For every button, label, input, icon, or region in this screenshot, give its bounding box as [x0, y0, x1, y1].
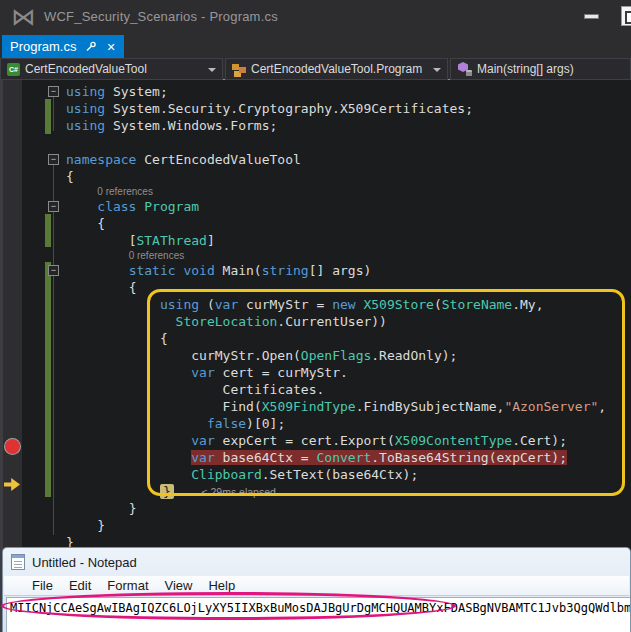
code-line: { — [66, 168, 631, 185]
type-dropdown-label: CertEncodedValueTool.Program — [251, 62, 422, 76]
vs-window-title: WCF_Security_Scenarios - Program.cs — [44, 9, 278, 24]
tab-label: Program.cs — [10, 39, 76, 54]
code-line: using System.Windows.Forms; — [66, 117, 631, 134]
notepad-window[interactable]: Untitled - Notepad File Edit Format View… — [2, 547, 631, 632]
menu-file[interactable]: File — [24, 578, 61, 593]
code-line: false)[0]; — [66, 415, 631, 432]
code-line: Clipboard.SetText(base64Ctx); — [66, 466, 631, 483]
notepad-title-bar[interactable]: Untitled - Notepad — [11, 553, 137, 571]
code-line: var cert = curMyStr. — [66, 364, 631, 381]
screen: WCF_Security_Scenarios - Program.cs Prog… — [0, 0, 631, 632]
change-tracking-bar — [45, 262, 51, 497]
notepad-icon — [11, 554, 25, 570]
private-method-icon — [457, 62, 472, 76]
minimize-button[interactable] — [584, 14, 599, 19]
code-line: var base64Ctx = Convert.ToBase64String(e… — [66, 449, 631, 466]
code-line — [66, 134, 631, 151]
breakpoint-indicator[interactable] — [5, 439, 20, 454]
code-line: class Program — [66, 198, 631, 215]
vs-title-bar: WCF_Security_Scenarios - Program.cs — [0, 0, 631, 34]
code-line: static void Main(string[] args) — [66, 262, 631, 279]
code-line: using System; — [66, 83, 631, 100]
code-line: } — [66, 500, 631, 517]
chevron-down-icon — [208, 68, 216, 72]
fold-toggle[interactable] — [48, 86, 59, 97]
code-line: Certificates. — [66, 381, 631, 398]
notepad-text-area[interactable]: MIICNjCCAeSgAwIBAgIQZC6LOjLyXY5IIXBxBuMo… — [6, 597, 630, 632]
chevron-down-icon — [433, 68, 441, 72]
code-line: using (var curMyStr = new X509Store(Stor… — [66, 296, 631, 313]
codelens-references: 0 references — [66, 249, 631, 262]
fold-toggle[interactable] — [48, 265, 59, 276]
codelens-references: 0 references — [66, 185, 631, 198]
outline-guide — [53, 97, 54, 131]
project-dropdown[interactable]: CertEncodedValueTool — [0, 58, 223, 80]
code-line: } — [66, 517, 631, 534]
tab-program-cs[interactable]: Program.cs ✕ — [2, 35, 124, 58]
code-line: { — [66, 215, 631, 232]
member-dropdown[interactable]: Main(string[] args) — [450, 58, 631, 80]
project-dropdown-label: CertEncodedValueTool — [25, 62, 147, 76]
close-icon[interactable]: ✕ — [106, 41, 115, 53]
fold-toggle[interactable] — [48, 154, 59, 165]
change-tracking-bar — [45, 99, 51, 134]
menu-format[interactable]: Format — [99, 578, 156, 593]
menu-view[interactable]: View — [157, 578, 201, 593]
notepad-window-title: Untitled - Notepad — [32, 555, 137, 570]
code-line: StoreLocation.CurrentUser)) — [66, 313, 631, 330]
type-dropdown[interactable]: CertEncodedValueTool.Program — [225, 58, 448, 80]
code-line: { — [66, 330, 631, 347]
fold-toggle[interactable] — [48, 201, 59, 212]
code-lines: using System;using System.Security.Crypt… — [66, 83, 631, 551]
csharp-project-icon — [7, 63, 20, 76]
code-line: Find(X509FindType.FindBySubjectName,"Azo… — [66, 398, 631, 415]
perf-tip: ≤ 29ms elapsed — [202, 486, 276, 498]
visual-studio-logo-icon — [10, 4, 36, 30]
change-tracking-bar — [45, 214, 51, 247]
editor-tab-bar: Program.cs ✕ — [0, 34, 631, 58]
outline-guide — [53, 165, 54, 535]
class-icon — [232, 63, 246, 76]
maximize-button[interactable] — [621, 6, 631, 26]
member-dropdown-label: Main(string[] args) — [477, 62, 574, 76]
pin-icon[interactable] — [85, 41, 97, 53]
navigation-bar: CertEncodedValueTool CertEncodedValueToo… — [0, 58, 631, 80]
code-line: { — [66, 279, 631, 296]
code-line: [STAThread] — [66, 232, 631, 249]
code-line: using System.Security.Cryptography.X509C… — [66, 100, 631, 117]
code-line: namespace CertEncodedValueTool — [66, 151, 631, 168]
menu-help[interactable]: Help — [200, 578, 243, 593]
menu-edit[interactable]: Edit — [61, 578, 99, 593]
code-line: var expCert = cert.Export(X509ContentTyp… — [66, 432, 631, 449]
code-line: curMyStr.Open(OpenFlags.ReadOnly); — [66, 347, 631, 364]
notepad-menu-bar: File Edit Format View Help — [4, 576, 629, 596]
code-line: }≤ 29ms elapsed — [66, 483, 631, 500]
